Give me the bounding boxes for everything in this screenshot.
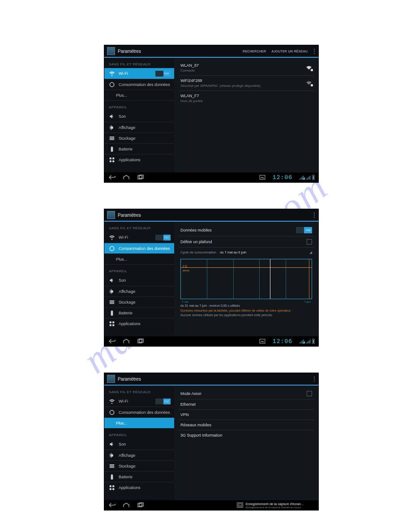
sidebar-item-more[interactable]: Plus...	[104, 253, 174, 264]
sidebar-item-wifi[interactable]: Wi-Fi OUI	[104, 232, 174, 243]
overflow-menu-icon[interactable]: ⋮	[310, 212, 318, 218]
3g-support-row[interactable]: 3G Support Information	[179, 430, 314, 440]
sidebar-label: Wi-Fi	[119, 71, 152, 76]
network-row[interactable]: WLAN_F7Hors de portée	[179, 91, 314, 106]
sidebar-item-sound[interactable]: Son	[104, 111, 174, 122]
svg-rect-19	[111, 311, 113, 316]
action-add-network[interactable]: AJOUTER UN RÉSEAU	[269, 50, 310, 53]
sidebar-label: Affichage	[119, 289, 171, 294]
svg-rect-23	[110, 324, 111, 326]
chart-range-end-handle[interactable]	[309, 259, 309, 299]
recent-apps-icon[interactable]	[137, 338, 145, 344]
sidebar-item-battery[interactable]: Batterie	[104, 143, 174, 154]
sidebar-item-storage[interactable]: Stockage	[104, 460, 174, 471]
section-device: APPAREIL	[104, 100, 174, 111]
airplane-checkbox[interactable]	[307, 391, 312, 396]
wifi-switch[interactable]: OUI	[155, 235, 171, 240]
svg-rect-21	[110, 321, 111, 323]
set-limit-row[interactable]: Définir un plafond	[179, 236, 314, 248]
sidebar-item-apps[interactable]: Applications	[104, 482, 174, 493]
data-usage-icon	[109, 245, 115, 252]
display-icon	[109, 288, 115, 295]
usage-summary-line: du 31 mai au 7 juin : environ 0,00 o uti…	[180, 304, 312, 309]
mobile-networks-row[interactable]: Réseaux mobiles	[179, 420, 314, 430]
svg-rect-37	[110, 488, 111, 490]
svg-rect-16	[110, 300, 115, 301]
wifi-switch[interactable]: OUI	[155, 71, 171, 77]
cell-signal-icon	[305, 339, 311, 343]
sidebar-item-display[interactable]: Affichage	[104, 122, 174, 133]
overflow-menu-icon[interactable]: ⋮	[310, 376, 318, 382]
chart-tick-right: 7 juin	[304, 300, 311, 303]
row-label: Réseaux mobiles	[180, 423, 312, 427]
sidebar-item-display[interactable]: Affichage	[104, 450, 174, 460]
app-title: Paramètres	[118, 213, 310, 218]
sidebar-item-data-usage[interactable]: Consommation des données	[104, 79, 174, 90]
sidebar-item-sound[interactable]: Son	[104, 439, 174, 450]
section-wireless: SANS FIL ET RÉSEAUX	[104, 386, 174, 396]
sound-icon	[109, 441, 115, 447]
ethernet-row[interactable]: Ethernet	[179, 399, 314, 410]
mobile-data-row[interactable]: Données mobiles OUI	[179, 224, 314, 236]
wifi-switch[interactable]: OUI	[155, 399, 171, 404]
sidebar-item-more[interactable]: Plus...	[104, 90, 174, 100]
svg-rect-35	[110, 485, 111, 487]
screenshot-tray-icon[interactable]	[258, 174, 266, 180]
home-icon[interactable]	[122, 174, 130, 180]
chart-range-start-handle[interactable]	[270, 259, 270, 299]
chart-warning-line[interactable]	[181, 267, 312, 268]
chart-tick-left: 7 mai	[182, 300, 188, 303]
sidebar-label: Affichage	[119, 453, 171, 458]
wifi-network-list: WLAN_87Connecté WiFi24F288Sécurisé par W…	[174, 58, 318, 172]
action-search[interactable]: RECHERCHER	[240, 50, 269, 53]
sidebar-label: Batterie	[119, 311, 171, 315]
sidebar-item-wifi[interactable]: Wi-Fi OUI	[104, 68, 174, 79]
back-icon[interactable]	[108, 502, 116, 508]
set-limit-checkbox[interactable]	[307, 239, 312, 245]
home-icon[interactable]	[122, 502, 130, 508]
lock-icon	[311, 84, 313, 86]
network-ssid: WiFi24F288	[180, 78, 202, 83]
app-title: Paramètres	[118, 377, 310, 382]
vpn-row[interactable]: VPN	[179, 410, 314, 420]
sidebar-item-data-usage[interactable]: Consommation des données	[104, 407, 174, 417]
back-icon[interactable]	[108, 338, 116, 344]
overflow-menu-icon[interactable]: ⋮	[310, 48, 318, 54]
sidebar-item-apps[interactable]: Applications	[104, 318, 174, 329]
home-icon[interactable]	[122, 338, 130, 344]
sidebar-label: Son	[119, 442, 171, 446]
network-row[interactable]: WLAN_87Connecté	[179, 60, 314, 76]
sidebar-item-data-usage[interactable]: Consommation des données	[104, 243, 174, 253]
recent-apps-icon[interactable]	[137, 174, 145, 180]
svg-rect-4	[110, 139, 115, 140]
sidebar-item-storage[interactable]: Stockage	[104, 133, 174, 143]
sidebar-item-sound[interactable]: Son	[104, 275, 174, 286]
display-icon	[109, 452, 115, 459]
airplane-mode-row[interactable]: Mode Avion	[179, 388, 314, 399]
recent-apps-icon[interactable]	[137, 502, 145, 508]
data-usage-chart[interactable]: 2,0 alerte 7 mai 7 juin	[180, 259, 312, 299]
screenshot-tray-icon[interactable]	[258, 338, 266, 344]
sidebar-item-battery[interactable]: Batterie	[104, 307, 174, 318]
svg-rect-2	[110, 136, 115, 137]
sidebar-item-battery[interactable]: Batterie	[104, 471, 174, 482]
screenshot-notification[interactable]: Enregistrement de la capture d'écran... …	[234, 501, 315, 510]
svg-rect-3	[110, 137, 115, 138]
screenshot-more: Paramètres ⋮ SANS FIL ET RÉSEAUX Wi-Fi O…	[104, 373, 319, 511]
sidebar-item-storage[interactable]: Stockage	[104, 296, 174, 307]
sidebar-label: Affichage	[119, 125, 171, 130]
sidebar-label: Son	[119, 114, 171, 119]
sidebar-item-display[interactable]: Affichage	[104, 286, 174, 296]
mobile-data-switch[interactable]: OUI	[296, 227, 312, 233]
sidebar-item-wifi[interactable]: Wi-Fi OUI	[104, 396, 174, 407]
network-row[interactable]: WiFi24F288Sécurisé par WPA/WPA2. (réseau…	[179, 76, 314, 91]
wifi-signal-icon	[306, 81, 312, 86]
sidebar-item-more[interactable]: Plus...	[104, 417, 174, 428]
svg-rect-31	[110, 465, 115, 466]
sidebar-item-apps[interactable]: Applications	[104, 154, 174, 165]
system-navbar: 12:06	[104, 336, 318, 346]
usage-cycle-row[interactable]: Cycle de consommation du 7 mai au 6 juin…	[179, 248, 314, 256]
back-icon[interactable]	[108, 174, 116, 180]
svg-rect-5	[111, 147, 113, 152]
settings-app-icon	[107, 375, 115, 383]
